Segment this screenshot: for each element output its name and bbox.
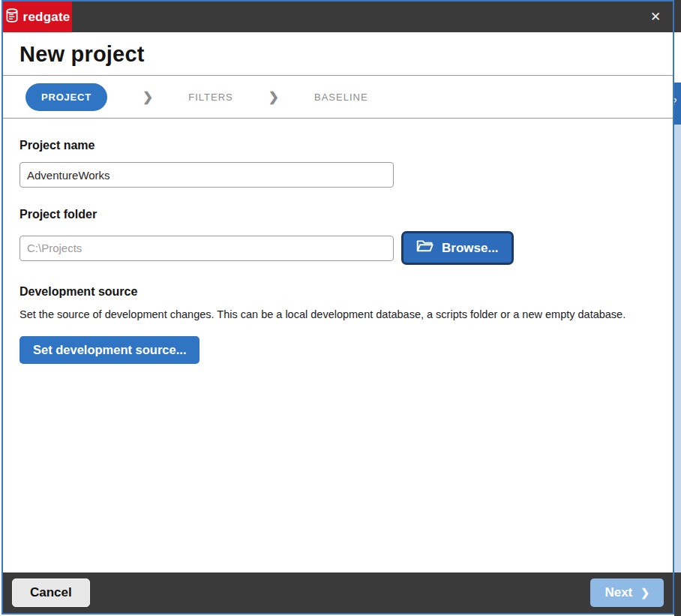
page-title: New project	[20, 42, 656, 67]
next-button[interactable]: Next ❯	[590, 578, 664, 607]
project-folder-input[interactable]	[20, 236, 394, 261]
dialog-header: New project	[3, 32, 673, 76]
step-project[interactable]: PROJECT	[26, 83, 107, 111]
browse-button-label: Browse...	[442, 241, 499, 256]
dialog-footer: Cancel Next ❯	[3, 572, 673, 613]
dialog-content: Project name Project folder Browse...	[3, 119, 673, 364]
close-icon[interactable]: ✕	[638, 2, 673, 32]
dialog-titlebar: redgate ✕	[3, 2, 673, 32]
development-source-description: Set the source of development changes. T…	[20, 308, 656, 320]
chevron-right-icon: ❯	[142, 89, 153, 105]
titlebar-spacer	[72, 2, 638, 32]
project-folder-section: Project folder Browse...	[20, 208, 656, 265]
browse-button[interactable]: Browse...	[401, 231, 514, 265]
project-name-section: Project name	[20, 139, 656, 188]
folder-open-icon	[416, 239, 434, 257]
cancel-button[interactable]: Cancel	[12, 578, 90, 607]
background-help-fragment: ?	[674, 83, 681, 125]
chevron-right-icon: ❯	[640, 587, 650, 599]
background-white-fragment	[674, 32, 681, 83]
background-app-sliver: ?	[674, 0, 681, 616]
redgate-logo: redgate	[3, 2, 72, 32]
project-folder-label: Project folder	[20, 208, 656, 221]
step-baseline: BASELINE	[314, 92, 368, 103]
project-name-label: Project name	[20, 139, 656, 152]
brand-name: redgate	[23, 10, 70, 25]
wizard-stepper: PROJECT ❯ FILTERS ❯ BASELINE	[3, 76, 673, 119]
step-filters: FILTERS	[188, 92, 233, 103]
project-name-input[interactable]	[20, 162, 394, 188]
new-project-dialog: redgate ✕ New project PROJECT ❯ FILTERS …	[2, 0, 674, 614]
background-titlebar-fragment	[674, 0, 681, 32]
next-button-label: Next	[604, 585, 632, 600]
set-development-source-button[interactable]: Set development source...	[20, 336, 200, 364]
project-folder-row: Browse...	[20, 231, 656, 265]
database-icon	[5, 8, 19, 26]
background-panel-fragment	[674, 125, 681, 572]
background-footer-fragment	[674, 572, 681, 616]
development-source-section: Development source Set the source of dev…	[20, 285, 656, 364]
development-source-label: Development source	[20, 285, 656, 299]
chevron-right-icon: ❯	[268, 89, 279, 105]
